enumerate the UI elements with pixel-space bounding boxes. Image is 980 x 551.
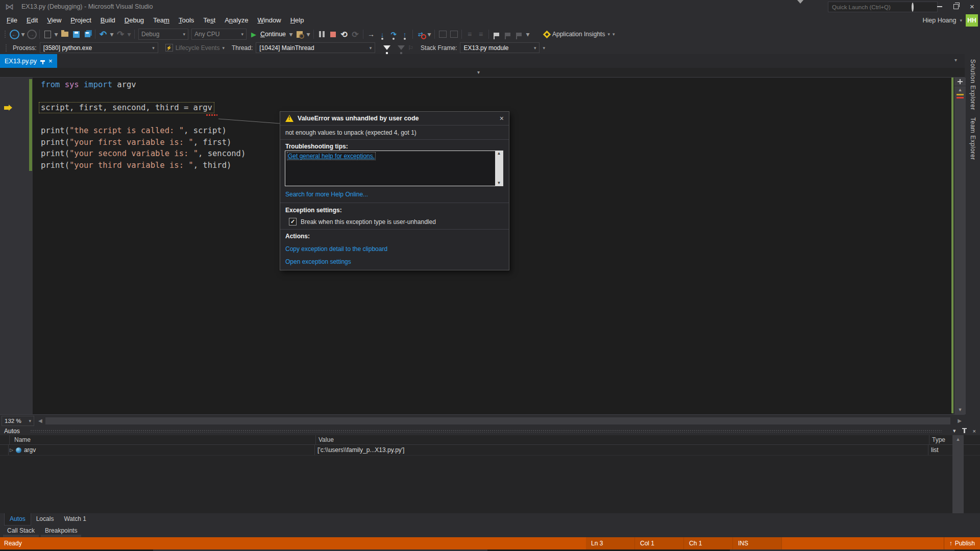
tab-list-dropdown-icon[interactable]: ▾ — [954, 57, 957, 63]
application-insights-overflow-icon[interactable]: ▾ — [612, 32, 615, 37]
panel-tab-breakpoints[interactable]: Breakpoints — [40, 525, 82, 537]
thread-combo[interactable]: [10424] MainThread▾ — [256, 42, 375, 53]
code-line-1[interactable]: from sys import argv — [33, 79, 246, 91]
quick-launch-input[interactable] — [828, 2, 938, 12]
autos-scrollbar[interactable]: ▲ — [952, 435, 964, 513]
menu-item-build[interactable]: Build — [96, 14, 120, 27]
editor-vertical-scrollbar[interactable]: ▲ ▼ — [954, 78, 966, 414]
menu-item-help[interactable]: Help — [286, 14, 309, 27]
menu-item-view[interactable]: View — [42, 14, 66, 27]
minimize-button[interactable] — [932, 0, 947, 13]
tab-ex13-py[interactable]: EX13.py.py × — [0, 54, 57, 68]
code-line-6[interactable]: print("your first variable is: ", first) — [33, 137, 246, 148]
application-insights-icon[interactable] — [543, 30, 551, 38]
feedback-person-icon[interactable] — [814, 3, 821, 10]
horizontal-scrollbar[interactable] — [45, 417, 951, 424]
menu-item-debug[interactable]: Debug — [120, 14, 149, 27]
solution-platform-combo[interactable]: Any CPU▾ — [191, 29, 247, 40]
redo-button[interactable]: ↷ — [115, 29, 126, 40]
process-combo[interactable]: [3580] python.exe▾ — [40, 42, 158, 53]
step-out-button[interactable]: ↑ — [399, 29, 410, 40]
save-button[interactable] — [70, 29, 82, 40]
step-into-button[interactable]: ↓ — [377, 29, 388, 40]
open-exception-settings-link[interactable]: Open exception settings — [285, 258, 351, 265]
scroll-up-icon[interactable]: ▲ — [954, 86, 966, 93]
autos-row-argv[interactable]: ▷argv['c:\\users\\family_p...X13.py.py']… — [0, 445, 980, 456]
navigate-back-dropdown-icon[interactable]: ▾ — [20, 29, 26, 40]
navbar-dropdown-icon[interactable]: ▾ — [477, 69, 480, 75]
notifications-funnel-icon[interactable] — [797, 4, 804, 11]
toolbar-grip[interactable] — [4, 30, 7, 38]
scroll-down-icon[interactable]: ▼ — [954, 406, 966, 413]
exception-dialog-close-icon[interactable]: × — [500, 114, 504, 122]
pause-button[interactable] — [316, 29, 327, 40]
menu-item-analyze[interactable]: Analyze — [220, 14, 253, 27]
close-button[interactable]: × — [965, 0, 979, 13]
split-window-handle[interactable] — [954, 78, 966, 86]
filter-threads-icon[interactable] — [383, 45, 390, 50]
menu-item-team[interactable]: Team — [149, 14, 174, 27]
restore-button[interactable] — [948, 0, 963, 13]
autos-panel-header[interactable]: Autos ▾ × — [0, 427, 980, 435]
break-on-exception-button[interactable]: ⇄ — [415, 29, 426, 40]
code-line-8[interactable]: print("your third variable is: ", third) — [33, 160, 246, 171]
panel-tab-locals[interactable]: Locals — [31, 513, 59, 525]
zoom-level-combo[interactable]: 132 %▾ — [2, 416, 34, 426]
expander-icon[interactable]: ▷ — [10, 447, 13, 453]
debugbar-overflow-icon[interactable]: ▾ — [543, 45, 545, 51]
column-header-value[interactable]: Value — [315, 435, 929, 444]
column-header-name[interactable]: Name — [9, 435, 315, 444]
toggle-bookmark-icon[interactable] — [491, 29, 502, 40]
break-checkbox[interactable]: ✓ — [289, 218, 297, 226]
solution-configuration-combo[interactable]: Debug▾ — [138, 29, 188, 40]
window-position-dropdown-icon[interactable]: ▾ — [953, 428, 956, 434]
debug-overflow-icon[interactable]: ▾ — [426, 29, 432, 40]
continue-play-icon[interactable]: ▶ — [248, 29, 259, 40]
toolbar-overflow-icon[interactable]: ▾ — [305, 29, 311, 40]
step-over-button[interactable]: ↷ — [388, 29, 399, 40]
application-insights-dropdown-icon[interactable]: ▾ — [607, 32, 610, 37]
menu-item-test[interactable]: Test — [199, 14, 220, 27]
code-line-7[interactable]: print("your second variable is: ", senco… — [33, 148, 246, 160]
bookmark-overflow-icon[interactable]: ▾ — [525, 29, 531, 40]
hscroll-left-icon[interactable]: ◀ — [38, 418, 42, 423]
undo-button[interactable]: ↶ — [97, 29, 109, 40]
avatar[interactable]: HH — [966, 14, 978, 27]
restart-button[interactable]: ⟲ — [338, 29, 350, 40]
side-tab-solution-explorer[interactable]: Solution Explorer — [969, 59, 976, 110]
stop-debugging-button[interactable] — [327, 29, 338, 40]
code-line-2[interactable] — [33, 91, 246, 103]
navigate-back-button[interactable]: ← — [9, 29, 20, 40]
menu-item-tools[interactable]: Tools — [174, 14, 199, 27]
attach-to-process-icon[interactable] — [294, 29, 305, 40]
application-insights-label[interactable]: Application Insights — [552, 31, 605, 38]
menu-item-window[interactable]: Window — [253, 14, 285, 27]
menu-item-file[interactable]: File — [2, 14, 22, 27]
copy-exception-detail-link[interactable]: Copy exception detail to the clipboard — [285, 245, 387, 253]
open-file-button[interactable] — [59, 29, 70, 40]
menu-item-edit[interactable]: Edit — [22, 14, 42, 27]
column-header-type[interactable]: Type — [929, 435, 952, 444]
publish-button[interactable]: ↑ Publish — [944, 537, 975, 549]
panel-tab-autos[interactable]: Autos — [4, 513, 31, 525]
debugbar-grip[interactable] — [5, 44, 8, 52]
tips-scrollbar[interactable]: ▲▼ — [495, 151, 503, 186]
search-help-online-link[interactable]: Search for more Help Online... — [285, 191, 368, 198]
panel-close-icon[interactable]: × — [973, 428, 976, 434]
menu-item-project[interactable]: Project — [66, 14, 96, 27]
show-next-statement-button[interactable]: → — [365, 29, 377, 40]
breakpoint-margin[interactable] — [0, 78, 33, 414]
code-line-5[interactable]: print("the script is called: ", script) — [33, 125, 246, 137]
new-file-dropdown-icon[interactable]: ▾ — [53, 29, 59, 40]
navigate-forward-button[interactable]: → — [26, 29, 37, 40]
signed-in-user[interactable]: Hiep Hoang — [922, 17, 956, 24]
panel-tab-watch-1[interactable]: Watch 1 — [59, 513, 91, 525]
stack-frame-combo[interactable]: EX13.py module▾ — [460, 42, 540, 53]
undo-dropdown-icon[interactable]: ▾ — [109, 29, 115, 40]
tab-pin-icon[interactable] — [40, 60, 45, 62]
hscroll-right-icon[interactable]: ▶ — [958, 418, 962, 423]
continue-dropdown-icon[interactable]: ▾ — [288, 29, 294, 40]
pin-icon[interactable] — [962, 429, 967, 433]
save-all-button[interactable] — [82, 29, 93, 40]
panel-tab-call-stack[interactable]: Call Stack — [2, 525, 40, 537]
